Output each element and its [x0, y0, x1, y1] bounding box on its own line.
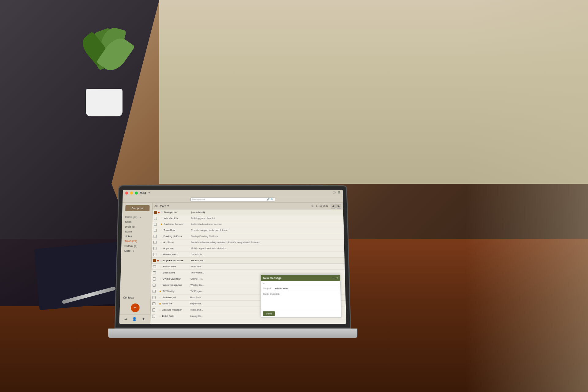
microphone-icon[interactable]: 🎤 [266, 198, 270, 201]
compose-to-field: To [261, 281, 340, 286]
maximize-button[interactable] [135, 191, 138, 194]
sidebar-item-outbox[interactable]: Outbox (0) [121, 243, 152, 248]
pagination-nav: ◀ ▶ [331, 204, 341, 209]
table-row[interactable]: ■ ☆ George, me (no subject) [153, 209, 343, 215]
email-star-icon[interactable]: ☆ [160, 241, 162, 244]
email-checkbox[interactable] [152, 302, 155, 305]
email-star-icon[interactable]: ☆ [160, 229, 163, 232]
email-checkbox[interactable] [153, 253, 156, 256]
email-checkbox[interactable] [153, 235, 156, 238]
email-star-icon[interactable]: ☆ [160, 217, 163, 220]
email-important-icon[interactable]: ■ [158, 211, 160, 214]
email-subject: Remote support tools over Internet [191, 229, 342, 232]
email-checkbox[interactable] [153, 259, 156, 262]
email-checkbox[interactable] [153, 247, 156, 250]
table-row[interactable]: ■ ☆ All, Social Social media marketing, … [152, 239, 344, 246]
email-subject: The World... [190, 271, 343, 274]
more-filter[interactable]: More ▼ [160, 205, 169, 208]
send-label: Send [125, 221, 131, 224]
subject-value[interactable]: What's new [275, 287, 339, 290]
settings-icon[interactable]: ⇌ [124, 317, 127, 321]
email-star-icon[interactable]: ★ [160, 223, 163, 226]
title-dropdown-icon[interactable]: ▼ [148, 192, 150, 194]
email-star-icon[interactable]: ☆ [160, 253, 162, 256]
table-row[interactable]: ■ ☆ Team Raw Remote support tools over I… [152, 227, 344, 233]
email-star-icon[interactable]: ★ [159, 302, 161, 305]
laptop-screen[interactable]: Mail ▼ ⓘ ☰ Search mail 🎤 🔍 [119, 190, 346, 324]
close-button[interactable] [125, 191, 128, 194]
table-row[interactable]: ■ ★ Customer Service Automated customer … [152, 221, 344, 228]
email-subject: Publish an... [190, 259, 343, 262]
email-important-icon: ■ [156, 308, 158, 311]
email-important-icon: ■ [158, 223, 160, 226]
favorites-icon[interactable]: ★ [142, 317, 145, 321]
compose-minimize-button[interactable]: ─ [332, 276, 334, 280]
table-row[interactable]: ■ ☆ Games watch Games, Fr... [152, 251, 345, 258]
search-bar: Search mail 🎤 🔍 [123, 196, 343, 203]
info-icon[interactable]: ⓘ [333, 191, 336, 195]
menu-icon[interactable]: ☰ [338, 191, 340, 195]
email-star-icon[interactable]: ☆ [159, 296, 161, 299]
email-checkbox[interactable] [153, 290, 156, 293]
email-star-icon[interactable]: ☆ [160, 271, 162, 274]
email-checkbox[interactable] [153, 241, 156, 244]
sidebar-item-trash[interactable]: Trash (21) [121, 239, 152, 244]
email-star-icon[interactable]: ☆ [160, 265, 162, 268]
email-checkbox[interactable] [154, 211, 157, 214]
table-row[interactable]: ■ ☆ Application Store Publish an... [152, 258, 345, 264]
email-important-icon: ■ [156, 296, 158, 299]
email-checkbox[interactable] [153, 296, 156, 299]
email-subject: Games, Fr... [191, 253, 343, 256]
email-checkbox[interactable] [154, 223, 157, 226]
table-row[interactable]: ■ ☆ Apps, me Mobile apps downloads stati… [152, 245, 345, 251]
email-star-icon[interactable]: ☆ [160, 211, 163, 214]
compose-popup: New message ─ □ To Subject What's new [260, 274, 341, 318]
table-row[interactable]: ■ ☆ Front Office Front offic... [151, 264, 345, 270]
all-filter[interactable]: All [154, 205, 157, 208]
email-checkbox[interactable] [153, 277, 156, 281]
email-star-icon[interactable]: ☆ [160, 235, 163, 238]
email-star-icon[interactable]: ☆ [159, 277, 162, 281]
compose-button[interactable]: Compose [125, 205, 149, 211]
email-star-icon[interactable]: ☆ [159, 315, 161, 318]
email-star-icon[interactable]: ☆ [159, 284, 162, 287]
prev-page-button[interactable]: ◀ [331, 204, 336, 209]
email-checkbox[interactable] [154, 217, 157, 220]
email-important-icon: ■ [157, 235, 159, 238]
email-checkbox[interactable] [152, 308, 155, 311]
title-bar-left: Mail ▼ [125, 191, 150, 195]
email-subject: (no subject) [191, 211, 342, 214]
to-value[interactable] [275, 282, 338, 285]
minimize-button[interactable] [130, 191, 133, 194]
email-checkbox[interactable] [153, 265, 156, 268]
next-page-button[interactable]: ▶ [336, 204, 341, 209]
email-star-icon[interactable]: ☆ [159, 308, 161, 311]
sidebar-item-send[interactable]: Send [122, 220, 152, 224]
sidebar-item-draft[interactable]: Draft (1) [122, 224, 152, 229]
email-important-icon: ■ [156, 302, 158, 305]
compose-body[interactable]: Quick Question [261, 291, 341, 310]
email-checkbox[interactable] [154, 229, 157, 232]
sidebar-nav: Inbox (22) ▼ Send Draft (1) [120, 213, 152, 293]
email-important-icon[interactable]: ■ [157, 259, 159, 262]
sidebar-item-notes[interactable]: Notes [122, 234, 152, 239]
email-star-icon[interactable]: ★ [159, 290, 162, 293]
table-row[interactable]: ■ ☆ Funding platform Startup Funding Pla… [152, 233, 344, 239]
email-checkbox[interactable] [152, 315, 155, 318]
sidebar-item-contacts[interactable]: Contacts [120, 293, 150, 301]
email-star-icon[interactable]: ☆ [160, 259, 162, 262]
contacts-icon[interactable]: 👤 [132, 317, 137, 321]
send-button[interactable]: Send [263, 311, 275, 316]
sidebar-item-more[interactable]: More ▼ [121, 248, 152, 253]
sidebar-item-spam[interactable]: Spam [122, 229, 152, 234]
table-row[interactable]: ■ ☆ Info, client list Building your clie… [152, 215, 343, 221]
search-icon[interactable]: 🔍 [270, 198, 273, 201]
email-star-icon[interactable]: ☆ [160, 247, 162, 250]
sidebar-item-inbox[interactable]: Inbox (22) ▼ [122, 215, 152, 220]
refresh-icon[interactable]: ↻ [311, 205, 314, 208]
fab-compose-button[interactable]: + [130, 303, 139, 312]
compose-expand-button[interactable]: □ [336, 276, 337, 280]
email-checkbox[interactable] [153, 271, 156, 274]
email-subject: Startup Funding Platform [191, 235, 342, 238]
email-checkbox[interactable] [153, 284, 156, 287]
